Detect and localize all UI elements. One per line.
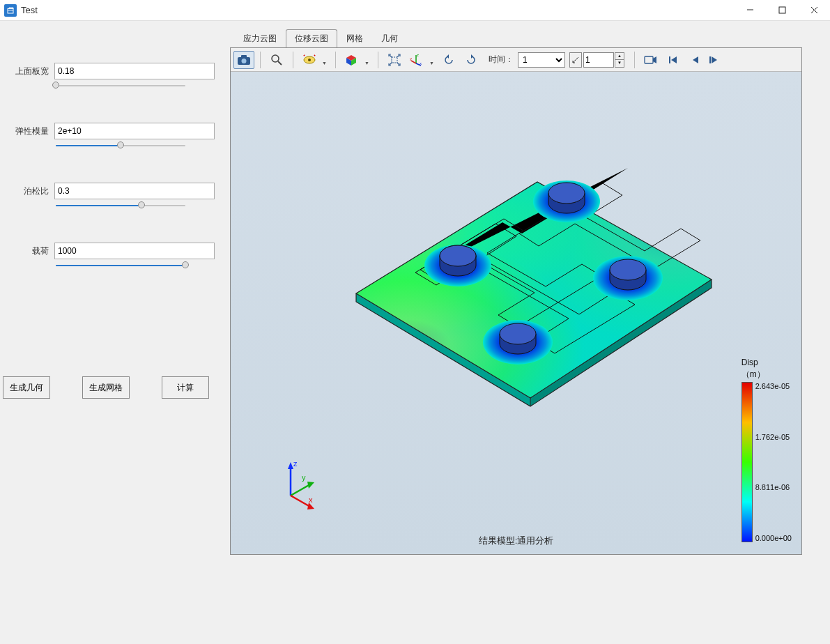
view-tabs: 应力云图 位移云图 网格 几何 <box>234 29 830 47</box>
svg-rect-7 <box>241 55 247 58</box>
separator-icon <box>260 52 261 68</box>
rotate-ccw-icon[interactable] <box>438 51 459 69</box>
svg-line-43 <box>291 484 310 496</box>
tab-geometry[interactable]: 几何 <box>372 29 407 47</box>
displacement-contour-plot <box>300 140 732 447</box>
separator-icon <box>335 52 336 68</box>
svg-rect-12 <box>392 57 397 63</box>
title-bar: Test <box>0 0 830 21</box>
svg-rect-2 <box>779 7 785 13</box>
fit-view-icon[interactable] <box>384 51 405 69</box>
svg-line-46 <box>291 496 310 507</box>
calculate-button[interactable]: 计算 <box>162 376 209 399</box>
rotate-cw-icon[interactable] <box>461 51 482 69</box>
svg-line-9 <box>278 61 282 65</box>
generate-mesh-button[interactable]: 生成网格 <box>82 376 130 399</box>
result-model-label: 结果模型:通用分析 <box>479 535 554 547</box>
skip-start-icon[interactable] <box>663 51 684 69</box>
spinner-down-icon[interactable]: ▼ <box>615 60 624 68</box>
time-scale-button[interactable] <box>569 52 582 68</box>
param-input-poisson[interactable] <box>54 183 215 199</box>
legend-tick: 8.811e-06 <box>755 483 792 491</box>
legend-colorbar <box>741 382 753 542</box>
render-style-icon[interactable]: ▼ <box>341 51 372 69</box>
svg-text:y: y <box>302 473 306 482</box>
legend-unit: （m） <box>741 369 765 381</box>
svg-rect-20 <box>645 56 653 63</box>
time-step-input[interactable] <box>583 52 614 68</box>
svg-rect-22 <box>709 56 711 63</box>
svg-point-8 <box>272 55 279 62</box>
time-select[interactable]: 1 <box>518 52 565 68</box>
tab-displacement[interactable]: 位移云图 <box>286 29 337 47</box>
tab-mesh[interactable]: 网格 <box>337 29 372 47</box>
play-reverse-icon[interactable] <box>685 51 706 69</box>
play-forward-icon[interactable] <box>707 51 720 69</box>
svg-marker-26 <box>356 182 712 398</box>
svg-point-39 <box>610 259 646 280</box>
svg-line-19 <box>573 57 578 63</box>
record-icon[interactable] <box>640 51 661 69</box>
tab-stress[interactable]: 应力云图 <box>234 29 286 47</box>
param-input-modulus[interactable] <box>54 123 215 139</box>
view-toolbar: ▼ ▼ zyx ▼ <box>231 48 801 72</box>
app-icon <box>4 4 17 17</box>
separator-icon <box>634 52 635 68</box>
svg-point-6 <box>242 59 247 63</box>
param-slider-poisson[interactable] <box>56 202 215 212</box>
generate-geometry-button[interactable]: 生成几何 <box>3 376 50 399</box>
legend-tick: 1.762e-05 <box>755 433 792 441</box>
close-button[interactable] <box>798 0 830 21</box>
svg-point-11 <box>308 59 311 61</box>
minimize-button[interactable] <box>734 0 766 21</box>
svg-text:z: z <box>293 459 298 468</box>
legend-tick: 2.643e-05 <box>755 382 792 390</box>
separator-icon <box>293 52 293 68</box>
svg-point-35 <box>548 183 585 204</box>
snapshot-icon[interactable] <box>233 51 254 69</box>
svg-rect-0 <box>8 8 13 13</box>
spinner-up-icon[interactable]: ▲ <box>615 52 624 60</box>
param-input-load[interactable] <box>54 243 215 259</box>
svg-line-15 <box>411 61 416 63</box>
sidebar: 上面板宽 弹性模量 泊松比 <box>0 21 227 644</box>
svg-text:x: x <box>420 61 422 66</box>
view-mode-icon[interactable]: ▼ <box>299 51 330 69</box>
svg-point-33 <box>440 245 476 266</box>
svg-text:y: y <box>410 56 412 61</box>
legend-tick: 0.000e+00 <box>755 534 792 542</box>
svg-marker-41 <box>288 462 293 469</box>
svg-text:z: z <box>417 54 419 57</box>
svg-rect-21 <box>669 56 670 63</box>
svg-point-37 <box>500 323 536 344</box>
param-label-load: 载荷 <box>13 245 49 257</box>
separator-icon <box>378 52 378 68</box>
svg-marker-44 <box>307 482 314 489</box>
time-label: 时间： <box>489 54 514 66</box>
param-label-poisson: 泊松比 <box>13 185 49 197</box>
svg-text:x: x <box>309 496 313 504</box>
param-slider-modulus[interactable] <box>56 142 215 152</box>
param-slider-width[interactable] <box>56 82 215 92</box>
zoom-icon[interactable] <box>266 51 287 69</box>
color-legend: Disp （m） 2.643e-05 1.762e-05 8.811e-06 0… <box>741 358 792 542</box>
legend-title: Disp <box>741 358 758 367</box>
maximize-button[interactable] <box>766 0 798 21</box>
canvas-frame: ▼ ▼ zyx ▼ <box>230 47 802 555</box>
axis-view-icon[interactable]: zyx ▼ <box>406 51 437 69</box>
param-slider-load[interactable] <box>56 262 215 272</box>
param-label-width: 上面板宽 <box>13 66 49 77</box>
window-title: Test <box>21 5 38 15</box>
param-label-modulus: 弹性模量 <box>13 125 49 137</box>
axis-triad-icon: z y x <box>272 457 328 512</box>
param-input-width[interactable] <box>54 63 215 79</box>
viewport-3d[interactable]: Disp （m） 2.643e-05 1.762e-05 8.811e-06 0… <box>231 72 801 554</box>
